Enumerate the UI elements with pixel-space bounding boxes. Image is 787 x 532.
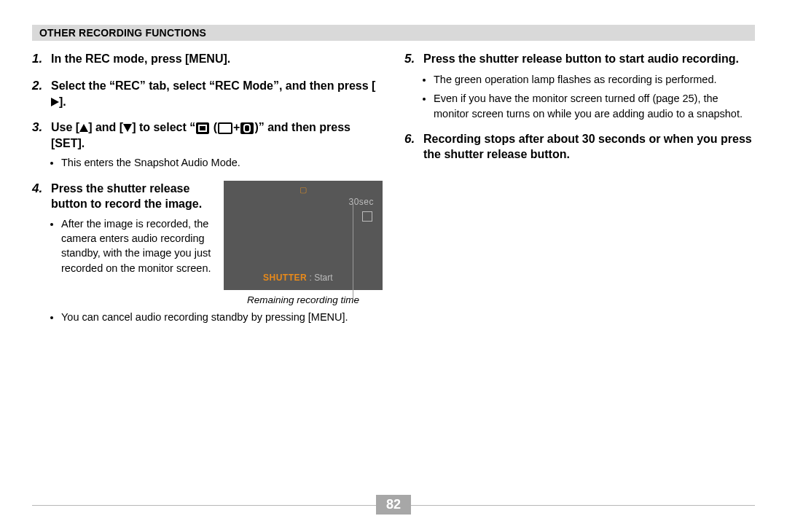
- lcd-start-label: : Start: [307, 273, 332, 283]
- lcd-screen: ▢ 30sec SHUTTER : Start: [224, 181, 383, 290]
- step-text-part: ] and [: [88, 121, 123, 133]
- bullet: You can cancel audio recording standby b…: [61, 310, 383, 324]
- bullet: Even if you have the monitor screen turn…: [434, 91, 755, 121]
- step-number: 5.: [404, 51, 423, 68]
- section-header: OTHER RECORDING FUNCTIONS: [32, 25, 755, 41]
- snapshot-audio-icon: [196, 122, 209, 134]
- step-4-bullets-a: After the image is recorded, the camera …: [51, 216, 214, 275]
- up-arrow-icon: [79, 124, 88, 132]
- step-text: Recording stops after about 30 seconds o…: [423, 131, 755, 163]
- bullet: After the image is recorded, the camera …: [61, 216, 214, 275]
- lcd-mode-icon: ▢: [299, 185, 307, 195]
- left-column: 1. In the REC mode, press [MENU]. 2. Sel…: [32, 51, 383, 335]
- lcd-shutter-label: SHUTTER: [263, 273, 307, 283]
- step-4: 4. Press the shutter release button to r…: [32, 181, 383, 324]
- step-text: Press the shutter release button to star…: [423, 51, 755, 67]
- step-text: Select the “REC” tab, select “REC Mode”,…: [51, 78, 383, 109]
- step-text: In the REC mode, press [MENU].: [51, 51, 383, 67]
- step-text-a: Select the “REC” tab, select “REC Mode”,…: [51, 79, 375, 92]
- lcd-side-icon: [362, 211, 372, 222]
- step-5-bullets: The green operation lamp flashes as reco…: [423, 72, 755, 121]
- lcd-illustration: ▢ 30sec SHUTTER : Start Remaining record…: [224, 181, 383, 305]
- step-text-b: ].: [59, 95, 66, 108]
- down-arrow-icon: [123, 124, 132, 132]
- right-arrow-icon: [51, 98, 59, 106]
- mic-icon: [240, 122, 254, 134]
- step-4-bullets-b: You can cancel audio recording standby b…: [51, 310, 383, 324]
- step-text: Use [] and [] to select “ (+)” and then …: [51, 120, 383, 151]
- lcd-footer: SHUTTER : Start: [263, 273, 333, 283]
- step-text-part: (: [210, 121, 217, 133]
- callout-pointer: [353, 203, 353, 299]
- lcd-caption: Remaining recording time: [224, 294, 383, 305]
- step-text-part: ] to select “: [132, 121, 195, 133]
- bullet: This enters the Snapshot Audio Mode.: [61, 155, 383, 170]
- step-1: 1. In the REC mode, press [MENU].: [32, 51, 383, 68]
- manual-page: OTHER RECORDING FUNCTIONS 1. In the REC …: [0, 0, 787, 532]
- right-column: 5. Press the shutter release button to s…: [404, 51, 755, 335]
- content-columns: 1. In the REC mode, press [MENU]. 2. Sel…: [32, 51, 755, 335]
- step-text-part: +: [233, 121, 240, 133]
- step-6: 6. Recording stops after about 30 second…: [404, 131, 755, 163]
- step-3-bullets: This enters the Snapshot Audio Mode.: [51, 155, 383, 170]
- step-text-part: Use [: [51, 121, 79, 133]
- step-number: 2.: [32, 78, 51, 95]
- step-number: 1.: [32, 51, 51, 68]
- step-number: 3.: [32, 120, 51, 136]
- step-text: Press the shutter release button to reco…: [51, 181, 214, 212]
- step-2: 2. Select the “REC” tab, select “REC Mod…: [32, 78, 383, 109]
- step-5: 5. Press the shutter release button to s…: [404, 51, 755, 121]
- step-3: 3. Use [] and [] to select “ (+)” and th…: [32, 120, 383, 170]
- bullet: The green operation lamp flashes as reco…: [434, 72, 755, 87]
- image-icon: [218, 122, 232, 134]
- page-number: 82: [376, 495, 411, 515]
- step-number: 4.: [32, 181, 51, 197]
- step-number: 6.: [404, 131, 423, 148]
